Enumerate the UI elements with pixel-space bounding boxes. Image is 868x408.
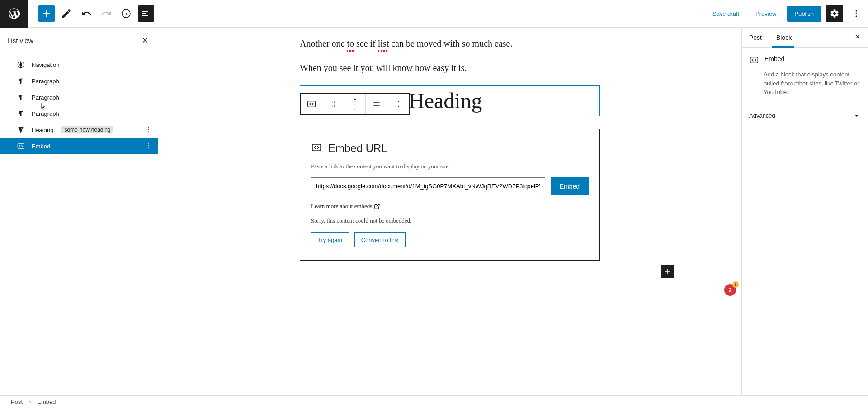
- editor-canvas[interactable]: Another one to see if list can be moved …: [158, 28, 741, 395]
- svg-point-21: [398, 101, 399, 102]
- inspector-block-description: Add a block that displays content pulled…: [764, 70, 861, 97]
- paragraph-icon: [16, 93, 25, 102]
- svg-point-17: [331, 104, 332, 104]
- paragraph-icon: [16, 76, 25, 85]
- block-type-button[interactable]: [301, 94, 322, 114]
- navigation-icon: [16, 60, 25, 69]
- svg-point-18: [334, 104, 335, 104]
- listview-item-label: Navigation: [32, 62, 59, 68]
- svg-point-16: [334, 101, 335, 102]
- svg-point-9: [148, 131, 149, 132]
- svg-point-8: [148, 128, 149, 129]
- heading-block[interactable]: Some New Heading: [300, 85, 600, 116]
- notification-badge[interactable]: 2: [724, 284, 736, 296]
- redo-button[interactable]: [98, 5, 114, 22]
- paragraph-block[interactable]: When you see it you will know how easy i…: [300, 61, 600, 75]
- svg-rect-24: [312, 144, 321, 151]
- publish-button[interactable]: Publish: [787, 6, 821, 22]
- svg-point-5: [856, 15, 857, 17]
- breadcrumb-current[interactable]: Embed: [37, 399, 56, 405]
- tab-block[interactable]: Block: [769, 28, 799, 47]
- svg-point-13: [148, 147, 149, 148]
- svg-point-7: [148, 126, 149, 127]
- svg-point-22: [398, 104, 399, 104]
- listview-item-label: Heading: [32, 127, 53, 133]
- info-button[interactable]: [118, 5, 134, 22]
- tab-post[interactable]: Post: [742, 28, 769, 47]
- svg-rect-10: [18, 144, 24, 149]
- wordpress-logo[interactable]: [0, 0, 28, 28]
- align-button[interactable]: [366, 94, 387, 114]
- try-again-button[interactable]: Try again: [311, 232, 349, 247]
- svg-point-11: [148, 142, 149, 143]
- inspector-block-name: Embed: [764, 55, 784, 62]
- svg-point-19: [331, 105, 332, 106]
- close-inspector-button[interactable]: [851, 31, 864, 44]
- drag-handle[interactable]: [322, 94, 344, 114]
- embed-icon: [749, 55, 759, 66]
- preview-button[interactable]: Preview: [750, 7, 782, 21]
- svg-rect-14: [307, 101, 315, 107]
- listview-item-heading[interactable]: Heading some-new-heading: [0, 122, 158, 138]
- paragraph-block[interactable]: Another one to see if list can be moved …: [300, 37, 600, 50]
- more-options-button[interactable]: [848, 5, 864, 22]
- embed-submit-button[interactable]: Embed: [551, 177, 589, 195]
- breadcrumb-root[interactable]: Post: [11, 399, 23, 405]
- learn-more-link[interactable]: Learn more about embeds: [311, 203, 380, 210]
- top-toolbar: Save draft Preview Publish: [0, 0, 868, 28]
- heading-icon: [16, 125, 25, 134]
- settings-button[interactable]: [826, 5, 843, 22]
- svg-point-15: [331, 101, 332, 102]
- close-listview-button[interactable]: [140, 35, 151, 46]
- heading-anchor-badge: some-new-heading: [61, 126, 113, 133]
- item-options-button[interactable]: [144, 142, 152, 151]
- convert-to-link-button[interactable]: Convert to link: [354, 232, 406, 247]
- item-options-button[interactable]: [144, 125, 152, 135]
- svg-point-20: [334, 105, 335, 106]
- move-up-button[interactable]: [344, 94, 365, 104]
- listview-item-paragraph[interactable]: Paragraph: [0, 73, 158, 89]
- add-block-fab[interactable]: [661, 265, 674, 278]
- listview-item-label: Embed: [32, 143, 50, 150]
- svg-point-23: [398, 106, 399, 107]
- inspector-panel: Post Block Embed Add a block that displa…: [741, 28, 868, 395]
- svg-point-3: [856, 10, 857, 12]
- embed-url-input[interactable]: [311, 177, 545, 195]
- embed-description: Paste a link to the content you want to …: [311, 163, 589, 170]
- listview-title: List view: [7, 37, 33, 44]
- paragraph-icon: [16, 109, 25, 118]
- listview-item-label: Paragraph: [32, 78, 59, 85]
- listview-toggle-button[interactable]: [138, 5, 154, 22]
- svg-point-12: [148, 145, 149, 146]
- listview-item-label: Paragraph: [32, 94, 59, 101]
- listview-item-navigation[interactable]: Navigation: [0, 57, 158, 73]
- svg-rect-25: [750, 57, 758, 63]
- breadcrumb: Post › Embed: [0, 395, 868, 408]
- edit-mode-button[interactable]: [58, 5, 75, 22]
- embed-icon: [311, 142, 322, 155]
- listview-item-paragraph[interactable]: Paragraph: [0, 105, 158, 122]
- move-down-button[interactable]: [344, 104, 365, 114]
- add-block-button[interactable]: [38, 5, 55, 22]
- save-draft-button[interactable]: Save draft: [707, 7, 745, 21]
- undo-button[interactable]: [78, 5, 94, 22]
- embed-icon: [16, 142, 25, 151]
- listview-item-paragraph[interactable]: Paragraph: [0, 89, 158, 105]
- listview-item-embed[interactable]: Embed: [0, 138, 158, 154]
- svg-point-4: [856, 13, 857, 14]
- block-options-button[interactable]: [387, 94, 409, 114]
- chevron-right-icon: ›: [29, 399, 31, 405]
- listview-panel: List view Navigation Paragraph Paragraph: [0, 28, 158, 395]
- cursor-icon: [40, 102, 47, 112]
- block-toolbar: [300, 93, 410, 115]
- embed-error-message: Sorry, this content could not be embedde…: [311, 217, 589, 224]
- advanced-section-toggle[interactable]: Advanced: [749, 105, 861, 120]
- embed-title: Embed URL: [328, 142, 387, 155]
- embed-block[interactable]: Embed URL Paste a link to the content yo…: [300, 129, 600, 261]
